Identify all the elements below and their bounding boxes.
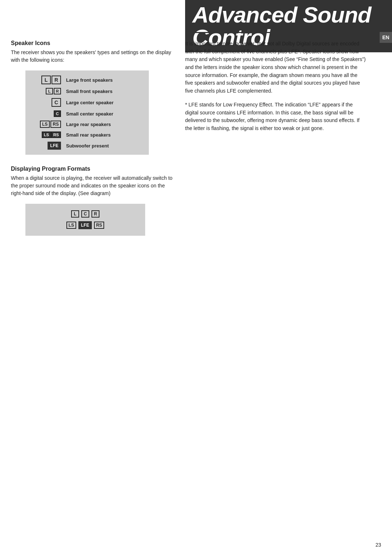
icon-R-sm: R [54, 88, 61, 94]
icon-RS-sm: RS [51, 131, 61, 138]
right-para-1: It is important to note, however, that n… [185, 40, 367, 95]
diagram-L: L [71, 210, 79, 218]
icon-L: L [41, 76, 51, 84]
right-column: It is important to note, however, that n… [185, 40, 367, 138]
icon-C-lg: C [52, 98, 61, 107]
speaker-row-large-front: L R Large front speakers [32, 76, 142, 84]
icon-large-center: C [32, 98, 61, 107]
speaker-icons-body: The receiver shows you the speakers' typ… [11, 49, 174, 64]
icon-small-rear: LS RS [32, 131, 61, 138]
display-formats-title: Displaying Program Formats [11, 166, 174, 172]
icon-C-sm: C [54, 110, 61, 117]
page-number: 23 [375, 542, 381, 548]
diagram-R: R [91, 210, 99, 218]
left-column: Speaker Icons The receiver shows you the… [11, 40, 174, 236]
diagram-C: C [81, 210, 89, 218]
right-para-2: * LFE stands for Low Frequency Effect. T… [185, 101, 367, 133]
icon-RS-lg: RS [50, 121, 61, 128]
speaker-icons-title: Speaker Icons [11, 40, 174, 46]
label-subwoofer: Subwoofer present [66, 143, 109, 149]
label-large-center: Large center speaker [66, 100, 114, 105]
label-small-rear: Small rear speakers [66, 132, 111, 138]
icon-lfe: LFE [32, 142, 61, 150]
header-divider [185, 32, 380, 33]
icon-small-front: L R [32, 88, 61, 94]
en-badge: EN [380, 32, 392, 43]
display-diagram: L C R LS LFE RS [25, 204, 145, 236]
diagram-row-2: LS LFE RS [33, 221, 138, 229]
speaker-row-small-front: L R Small front speakers [32, 88, 142, 94]
speaker-row-subwoofer: LFE Subwoofer present [32, 142, 142, 150]
speaker-row-large-rear: LS RS Large rear speakers [32, 121, 142, 128]
icon-R: R [52, 76, 61, 84]
label-small-front: Small front speakers [66, 89, 113, 94]
speaker-table: L R Large front speakers L R Small front… [25, 70, 149, 155]
diagram-row-1: L C R [33, 210, 138, 218]
speaker-row-small-center: C Small center speaker [32, 110, 142, 117]
icon-LS-sm: LS [42, 131, 51, 138]
icon-large-rear: LS RS [32, 121, 61, 128]
display-formats-body: When a digital source is playing, the re… [11, 174, 174, 197]
speaker-row-small-rear: LS RS Small rear speakers [32, 131, 142, 138]
speaker-icons-section: Speaker Icons The receiver shows you the… [11, 40, 174, 155]
label-small-center: Small center speaker [66, 111, 113, 117]
icon-small-center: C [32, 110, 61, 117]
display-formats-section: Displaying Program Formats When a digita… [11, 166, 174, 236]
diagram-LFE: LFE [78, 221, 92, 229]
icon-LFE: LFE [48, 142, 61, 150]
speaker-row-large-center: C Large center speaker [32, 98, 142, 107]
label-large-front: Large front speakers [66, 77, 113, 83]
icon-LS-lg: LS [40, 121, 50, 128]
icon-L-sm: L [46, 88, 53, 94]
label-large-rear: Large rear speakers [66, 122, 111, 127]
diagram-LS: LS [66, 222, 76, 229]
icon-large-front: L R [32, 76, 61, 84]
diagram-RS: RS [94, 222, 105, 229]
